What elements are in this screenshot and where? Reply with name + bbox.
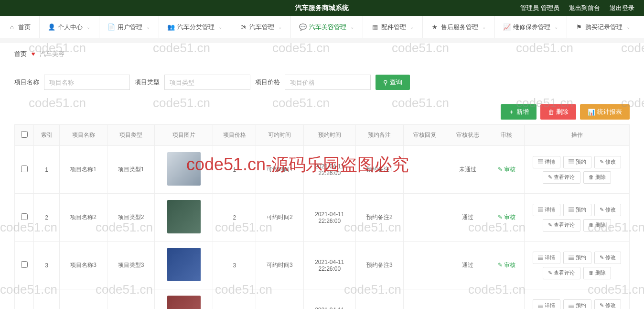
chevron-down-icon: ⌄ bbox=[278, 24, 282, 30]
cell-reply bbox=[403, 242, 446, 289]
nav-item-4[interactable]: 🛍汽车管理⌄ bbox=[231, 16, 291, 38]
row-checkbox[interactable] bbox=[21, 166, 28, 172]
detail-button[interactable]: ▤ 详情 bbox=[533, 156, 560, 168]
cell-reply bbox=[403, 194, 446, 242]
search-price-label: 项目价格 bbox=[255, 78, 280, 87]
flag-icon: ⚑ bbox=[576, 24, 582, 31]
col-2: 项目名称 bbox=[60, 125, 107, 146]
edit-button[interactable]: ✎ 修改 bbox=[594, 299, 621, 309]
nav-label: 个人中心 bbox=[58, 23, 83, 32]
chevron-down-icon: ⌄ bbox=[410, 24, 414, 30]
logout-link[interactable]: 退出登录 bbox=[610, 4, 634, 12]
comments-button[interactable]: ✎ 查看评论 bbox=[543, 267, 580, 279]
cell-price: 4 bbox=[213, 289, 256, 309]
cell-ops: ▤ 详情 ▤ 预约 ✎ 修改 ✎ 查看评论 🗑 删除 bbox=[525, 146, 630, 194]
edit-button[interactable]: ✎ 修改 bbox=[594, 156, 621, 168]
row-delete-button[interactable]: 🗑 删除 bbox=[583, 267, 611, 279]
search-row: 项目名称 项目类型 项目价格 ⚲ 查询 bbox=[14, 75, 630, 90]
col-0 bbox=[15, 125, 34, 146]
nav-label: 首页 bbox=[18, 23, 31, 32]
add-button[interactable]: ＋ 新增 bbox=[501, 104, 537, 120]
search-name-input[interactable] bbox=[44, 75, 130, 90]
breadcrumb-home[interactable]: 首页 bbox=[14, 50, 27, 57]
nav-label: 汽车分类管理 bbox=[177, 23, 215, 32]
nav-label: 汽车管理 bbox=[249, 23, 274, 32]
col-1: 索引 bbox=[34, 125, 60, 146]
row-checkbox[interactable] bbox=[21, 213, 28, 220]
nav-item-7[interactable]: ★售后服务管理⌄ bbox=[423, 16, 495, 38]
detail-button[interactable]: ▤ 详情 bbox=[533, 299, 560, 309]
nav-item-2[interactable]: 📄用户管理⌄ bbox=[99, 16, 159, 38]
delete-button[interactable]: 🗑 删除 bbox=[540, 104, 576, 120]
plus-icon: ＋ bbox=[508, 108, 515, 116]
cell-ops: ▤ 详情 ▤ 预约 ✎ 修改 ✎ 查看评论 🗑 删除 bbox=[525, 289, 630, 309]
audit-link[interactable]: ✎ 审核 bbox=[498, 214, 515, 221]
cell-img bbox=[155, 242, 213, 289]
nav-label: 汽车美容管理 bbox=[309, 23, 346, 32]
row-delete-button[interactable]: 🗑 删除 bbox=[583, 219, 611, 232]
audit-link[interactable]: ✎ 审核 bbox=[498, 262, 515, 268]
nav-label: 售后服务管理 bbox=[441, 23, 478, 32]
cell-type: 项目类型3 bbox=[107, 242, 155, 289]
detail-button[interactable]: ▤ 详情 bbox=[533, 252, 560, 264]
chevron-down-icon: ⌄ bbox=[350, 24, 354, 30]
detail-button[interactable]: ▤ 详情 bbox=[533, 204, 560, 216]
book-button[interactable]: ▤ 预约 bbox=[563, 156, 591, 168]
nav-item-6[interactable]: ▦配件管理⌄ bbox=[363, 16, 423, 38]
cell-name: 项目名称1 bbox=[60, 146, 107, 194]
search-button[interactable]: ⚲ 查询 bbox=[376, 75, 410, 90]
cell-audit: ✎ 审核 bbox=[489, 289, 524, 309]
audit-link[interactable]: ✎ 审核 bbox=[498, 166, 515, 173]
cell-idx: 2 bbox=[34, 194, 60, 242]
nav-item-5[interactable]: 💬汽车美容管理⌄ bbox=[291, 16, 363, 38]
chevron-down-icon: ⌄ bbox=[482, 24, 486, 30]
cell-audit: ✎ 审核 bbox=[489, 194, 524, 242]
cell-remark: 预约备注4 bbox=[356, 289, 404, 309]
cell-remark: 预约备注2 bbox=[356, 194, 404, 242]
nav-item-8[interactable]: 📈维修保养管理⌄ bbox=[495, 16, 567, 38]
book-button[interactable]: ▤ 预约 bbox=[563, 299, 591, 309]
stats-button[interactable]: 📊 统计报表 bbox=[580, 104, 630, 120]
book-button[interactable]: ▤ 预约 bbox=[563, 252, 591, 264]
nav-item-0[interactable]: ⌂首页 bbox=[0, 16, 40, 38]
user-icon: 👤 bbox=[48, 24, 55, 31]
search-type-input[interactable] bbox=[164, 75, 250, 90]
row-checkbox[interactable] bbox=[21, 261, 28, 268]
nav-item-1[interactable]: 👤个人中心⌄ bbox=[40, 16, 99, 38]
bag-icon: 🛍 bbox=[240, 24, 247, 31]
cell-remark: 预约备注1 bbox=[356, 146, 404, 194]
chevron-down-icon: ⌄ bbox=[218, 24, 222, 30]
nav-item-9[interactable]: ⚑购买记录管理⌄ bbox=[567, 16, 639, 38]
chevron-down-icon: ⌄ bbox=[554, 24, 558, 30]
chevron-down-icon: ⌄ bbox=[86, 24, 90, 30]
cell-reply bbox=[403, 289, 446, 309]
comments-button[interactable]: ✎ 查看评论 bbox=[543, 219, 580, 232]
edit-button[interactable]: ✎ 修改 bbox=[594, 252, 621, 264]
edit-button[interactable]: ✎ 修改 bbox=[594, 204, 621, 216]
cell-status: 未通过 bbox=[446, 146, 489, 194]
cell-audit: ✎ 审核 bbox=[489, 242, 524, 289]
nav-item-3[interactable]: 👥汽车分类管理⌄ bbox=[159, 16, 231, 38]
chevron-down-icon: ⌄ bbox=[626, 24, 630, 30]
car-image bbox=[167, 152, 201, 186]
cell-ops: ▤ 详情 ▤ 预约 ✎ 修改 ✎ 查看评论 🗑 删除 bbox=[525, 242, 630, 289]
row-delete-button[interactable]: 🗑 删除 bbox=[583, 171, 611, 184]
table-header-row: 索引项目名称项目类型项目图片项目价格可约时间预约时间预约备注审核回复审核状态审核… bbox=[15, 125, 630, 146]
cell-avail: 可约时间1 bbox=[256, 146, 304, 194]
cell-status: 通过 bbox=[446, 194, 489, 242]
cell-price: 2 bbox=[213, 194, 256, 242]
book-button[interactable]: ▤ 预约 bbox=[563, 204, 591, 216]
user-link[interactable]: 管理员 管理员 bbox=[520, 4, 559, 12]
nav-label: 购买记录管理 bbox=[585, 23, 623, 32]
search-price-input[interactable] bbox=[285, 75, 371, 90]
cell-time: 2021-04-1122:26:00 bbox=[303, 194, 355, 242]
select-all-checkbox[interactable] bbox=[21, 131, 28, 138]
chart-icon: 📈 bbox=[504, 24, 510, 31]
cell-time: 2021-04-1122:26:00 bbox=[303, 289, 355, 309]
table-row: 2 项目名称2 项目类型2 2 可约时间2 2021-04-1122:26:00… bbox=[15, 194, 630, 242]
comments-button[interactable]: ✎ 查看评论 bbox=[543, 171, 580, 184]
col-12: 操作 bbox=[525, 125, 630, 146]
col-7: 预约时间 bbox=[303, 125, 355, 146]
exit-front-link[interactable]: 退出到前台 bbox=[569, 4, 600, 12]
search-type-label: 项目类型 bbox=[135, 78, 160, 87]
